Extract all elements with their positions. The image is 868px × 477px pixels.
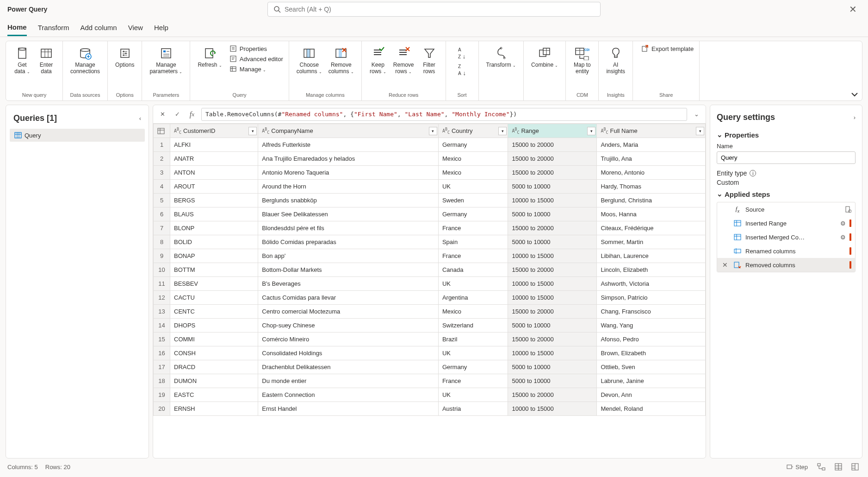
- cell[interactable]: Eastern Connection: [258, 388, 439, 402]
- cell[interactable]: Berglund, Christina: [597, 194, 706, 207]
- cell[interactable]: Moreno, Antonio: [597, 166, 706, 180]
- table-row[interactable]: 5BERGSBerglunds snabbköpSweden10000 to 1…: [154, 194, 706, 207]
- cell[interactable]: BLONP: [170, 221, 258, 235]
- cell[interactable]: 15000 to 20000: [508, 221, 597, 235]
- cell[interactable]: Labrune, Janine: [597, 374, 706, 388]
- cell[interactable]: CONSH: [170, 346, 258, 360]
- cell[interactable]: Chang, Franscisco: [597, 305, 706, 319]
- cell[interactable]: Mexico: [438, 305, 508, 319]
- cell[interactable]: BESBEV: [170, 277, 258, 291]
- ribbon-btn-remove-rows[interactable]: Removerows ⌄: [391, 44, 417, 77]
- search-box[interactable]: [267, 2, 601, 17]
- cell[interactable]: Afonso, Pedro: [597, 333, 706, 346]
- cell[interactable]: 15000 to 20000: [508, 263, 597, 277]
- row-number[interactable]: 18: [154, 374, 170, 388]
- table-row[interactable]: 19EASTCEastern ConnectionUK15000 to 2000…: [154, 388, 706, 402]
- table-view-button[interactable]: [833, 461, 844, 472]
- ribbon-btn-options[interactable]: Options: [112, 44, 137, 70]
- cell[interactable]: Moos, Hanna: [597, 207, 706, 221]
- collapse-queries-icon[interactable]: ‹: [139, 115, 141, 122]
- step-inserted-range[interactable]: Inserted Range⚙: [717, 216, 855, 230]
- formula-expand-icon[interactable]: ⌄: [691, 109, 702, 120]
- collapse-settings-icon[interactable]: ›: [854, 114, 856, 121]
- cell[interactable]: UK: [438, 180, 508, 194]
- row-number[interactable]: 9: [154, 249, 170, 263]
- sort-desc-icon[interactable]: ZA ↓: [458, 63, 466, 76]
- table-row[interactable]: 16CONSHConsolidated HoldingsUK10000 to 1…: [154, 346, 706, 360]
- properties-section-header[interactable]: ⌄ Properties: [717, 131, 856, 139]
- cell[interactable]: ANTON: [170, 166, 258, 180]
- info-icon[interactable]: i: [750, 170, 756, 176]
- row-number[interactable]: 13: [154, 305, 170, 319]
- table-row[interactable]: 2ANATRAna Trujillo Emaredados y heladosM…: [154, 152, 706, 166]
- cell[interactable]: 5000 to 10000: [508, 360, 597, 374]
- table-row[interactable]: 1ALFKIAlfreds FutterkisteGermany15000 to…: [154, 138, 706, 152]
- cell[interactable]: 10000 to 15000: [508, 194, 597, 207]
- table-row[interactable]: 10BOTTMBottom-Dollar MarketsCanada15000 …: [154, 263, 706, 277]
- cell[interactable]: 5000 to 10000: [508, 235, 597, 249]
- ribbon-stack-adv-editor[interactable]: Advanced editor: [229, 54, 284, 63]
- cell[interactable]: B's Beverages: [258, 277, 439, 291]
- cell[interactable]: 5000 to 10000: [508, 180, 597, 194]
- table-row[interactable]: 20ERNSHErnst HandelAustria10000 to 15000…: [154, 402, 706, 416]
- row-number[interactable]: 20: [154, 402, 170, 416]
- ribbon-btn-remove-cols[interactable]: Removecolumns ⌄: [326, 44, 357, 77]
- search-input[interactable]: [285, 6, 595, 13]
- cell[interactable]: 10000 to 15000: [508, 346, 597, 360]
- row-number[interactable]: 4: [154, 180, 170, 194]
- table-row[interactable]: 9BONAPBon app'France10000 to 15000Libiha…: [154, 249, 706, 263]
- row-number[interactable]: 8: [154, 235, 170, 249]
- cell[interactable]: CACTU: [170, 291, 258, 305]
- table-row[interactable]: 7BLONPBlondesddsl pére et filsFrance1500…: [154, 221, 706, 235]
- column-filter-icon[interactable]: ▾: [696, 127, 704, 135]
- cell[interactable]: Citeaux, Frédérique: [597, 221, 706, 235]
- column-header-customerid[interactable]: ABC CustomerID▾: [170, 124, 258, 138]
- cell[interactable]: BERGS: [170, 194, 258, 207]
- cell[interactable]: Wang, Yang: [597, 319, 706, 333]
- cell[interactable]: Brown, Elizabeth: [597, 346, 706, 360]
- row-number[interactable]: 19: [154, 388, 170, 402]
- table-row[interactable]: 4AROUTAround the HornUK5000 to 10000Hard…: [154, 180, 706, 194]
- row-number[interactable]: 14: [154, 319, 170, 333]
- cell[interactable]: France: [438, 249, 508, 263]
- cell[interactable]: 5000 to 10000: [508, 207, 597, 221]
- column-filter-icon[interactable]: ▾: [498, 127, 507, 135]
- cell[interactable]: 15000 to 20000: [508, 333, 597, 346]
- table-row[interactable]: 8BOLIDBólido Comidas preparadasSpain5000…: [154, 235, 706, 249]
- cell[interactable]: Argentina: [438, 291, 508, 305]
- menu-home[interactable]: Home: [7, 19, 27, 36]
- cell[interactable]: DUMON: [170, 374, 258, 388]
- row-number[interactable]: 5: [154, 194, 170, 207]
- cell[interactable]: ERNSH: [170, 402, 258, 416]
- ribbon-btn-connections[interactable]: Manageconnections: [68, 44, 103, 77]
- ribbon-btn-keep-rows[interactable]: Keeprows ⌄: [366, 44, 390, 77]
- cell[interactable]: Ernst Handel: [258, 402, 439, 416]
- cell[interactable]: Lincoln, Elizabeth: [597, 263, 706, 277]
- sort-asc-icon[interactable]: AZ ↓: [458, 46, 466, 60]
- ribbon-btn-enter-data[interactable]: Enterdata: [35, 44, 58, 77]
- cell[interactable]: Mexico: [438, 166, 508, 180]
- row-number[interactable]: 10: [154, 263, 170, 277]
- cell[interactable]: 10000 to 15000: [508, 402, 597, 416]
- table-row[interactable]: 18DUMONDu monde entierFrance5000 to 1000…: [154, 374, 706, 388]
- cell[interactable]: BOTTM: [170, 263, 258, 277]
- row-number[interactable]: 12: [154, 291, 170, 305]
- cell[interactable]: UK: [438, 388, 508, 402]
- row-number[interactable]: 11: [154, 277, 170, 291]
- ribbon-btn-choose-cols[interactable]: Choosecolumns ⌄: [294, 44, 325, 77]
- ribbon-btn-get-data[interactable]: Getdata ⌄: [11, 44, 34, 77]
- cell[interactable]: ANATR: [170, 152, 258, 166]
- row-number[interactable]: 6: [154, 207, 170, 221]
- fx-icon[interactable]: fx: [186, 109, 198, 120]
- query-name-input[interactable]: [717, 151, 856, 164]
- step-button[interactable]: Step: [784, 461, 810, 472]
- cell[interactable]: DHOPS: [170, 319, 258, 333]
- doc-icon[interactable]: [845, 206, 851, 213]
- cell[interactable]: 10000 to 15000: [508, 277, 597, 291]
- column-header-range[interactable]: ABC Range▾: [508, 124, 597, 138]
- cell[interactable]: Chop-suey Chinese: [258, 319, 439, 333]
- row-number[interactable]: 16: [154, 346, 170, 360]
- cell[interactable]: 5000 to 10000: [508, 319, 597, 333]
- cell[interactable]: BLAUS: [170, 207, 258, 221]
- cell[interactable]: Libihan, Laurence: [597, 249, 706, 263]
